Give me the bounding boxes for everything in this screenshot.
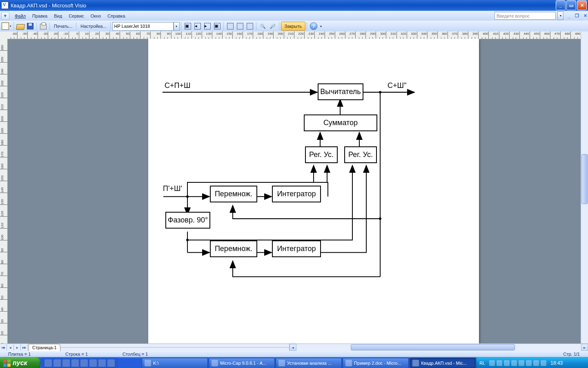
two-page-button[interactable]	[236, 22, 245, 31]
task-kvadr[interactable]: Квадр.АКП.vsd - Mic...	[410, 358, 476, 368]
tray-icon[interactable]	[519, 360, 524, 366]
block-subtractor[interactable]: Вычитатель	[318, 83, 363, 100]
tab-nav-last[interactable]: ⏭	[21, 344, 28, 350]
first-page-button[interactable]: ▣	[183, 22, 192, 31]
tray-volume-icon[interactable]	[526, 360, 532, 366]
prev-page-button[interactable]: ◂	[193, 22, 202, 31]
block-summator[interactable]: Сумматор	[304, 114, 377, 131]
close-preview-button[interactable]: Закрыть	[281, 22, 305, 31]
printer-dropdown[interactable]: ▾	[174, 22, 180, 31]
toolbar: ▾ Печать... Настройка... HP LaserJet 101…	[0, 20, 588, 31]
tab-nav-next[interactable]: ▸	[14, 344, 21, 350]
open-button[interactable]	[16, 22, 25, 31]
hscroll-left[interactable]: ◂	[290, 344, 296, 351]
ql-desktop-icon[interactable]	[45, 359, 52, 367]
task-ustanovki[interactable]: Установки анализа ...	[276, 358, 342, 368]
minimize-button[interactable]: _	[556, 0, 566, 10]
taskbar: пуск K:\ Micro-Cap 9.0.6.1 - A... Устано…	[0, 357, 588, 368]
menu-file[interactable]: Файл	[11, 13, 29, 19]
vertical-scrollbar[interactable]	[581, 31, 588, 343]
print-icon-button[interactable]	[39, 22, 48, 31]
zoom-in-button[interactable]: 🔍	[258, 22, 267, 31]
task-primer[interactable]: Пример 2.doc - Micro...	[343, 358, 409, 368]
ql-explorer-icon[interactable]	[62, 359, 70, 367]
tray-icon[interactable]	[504, 360, 510, 366]
block-multiplier1[interactable]: Перемнож.	[210, 186, 257, 202]
maximize-button[interactable]: ▭	[566, 0, 576, 10]
zoom-out-button[interactable]: 🔎	[268, 22, 277, 31]
block-regamp2[interactable]: Рег. Ус.	[344, 146, 377, 163]
vertical-ruler: 2602502402302202102001901801701601501401…	[0, 39, 8, 343]
horizontal-scrollbar[interactable]: ◂ ▸	[289, 344, 588, 351]
horizontal-ruler: -60-50-40-30-20-100102030405060708090100…	[7, 31, 581, 39]
ruler-corner	[0, 31, 8, 39]
printer-combo[interactable]: HP LaserJet 1018	[112, 22, 174, 31]
ql-app4-icon[interactable]	[98, 359, 106, 367]
menu-view[interactable]: Вид	[51, 13, 65, 19]
single-page-button[interactable]	[226, 22, 235, 31]
block-multiplier2[interactable]: Перемнож.	[210, 240, 257, 257]
system-tray[interactable]: RL 18:43	[476, 357, 588, 368]
window-title: Квадр.АКП.vsd - Microsoft Visio	[11, 2, 86, 9]
print-label-button[interactable]: Печать...	[51, 22, 75, 31]
canvas[interactable]: С+П+Ш С+Ш" П'+Ш' Вычитатель Сумматор Рег…	[7, 39, 581, 343]
setup-button[interactable]: Настройка...	[78, 22, 109, 31]
status-tile: Плитка = 1	[8, 352, 65, 357]
mdi-close-button[interactable]: ✕	[582, 13, 588, 19]
windows-logo-icon	[3, 359, 11, 367]
ask-question-box[interactable]: Введите вопрос	[494, 12, 556, 20]
task-microcap[interactable]: Micro-Cap 9.0.6.1 - A...	[209, 358, 275, 368]
page-tab-strip: ⏮ ◂ ▸ ⏭ Страница-1 ◂ ▸	[0, 343, 588, 351]
menu-service[interactable]: Сервис	[65, 13, 87, 19]
next-page-button[interactable]: ▸	[203, 22, 212, 31]
last-page-button[interactable]: ▣	[213, 22, 222, 31]
label-in-top: С+П+Ш	[165, 81, 190, 90]
drawing-page[interactable]: С+П+Ш С+Ш" П'+Ш' Вычитатель Сумматор Рег…	[148, 39, 479, 343]
mdi-restore-button[interactable]: ❐	[574, 13, 580, 19]
ask-question-dropdown[interactable]: ▾	[557, 11, 564, 20]
tab-nav-prev[interactable]: ◂	[7, 344, 14, 350]
task-k-drive[interactable]: K:\	[142, 358, 208, 368]
ql-app3-icon[interactable]	[89, 359, 97, 367]
ql-app1-icon[interactable]	[71, 359, 79, 367]
block-phase-shifter[interactable]: Фазовр. 90°	[165, 212, 210, 229]
titlebar: Квадр.АКП.vsd - Microsoft Visio _ ▭ ✕	[0, 0, 588, 11]
tray-icon[interactable]	[511, 360, 517, 366]
tray-clock[interactable]: 18:43	[550, 360, 563, 366]
toolbar-options-dropdown[interactable]: ▾	[318, 22, 324, 30]
tab-nav-first[interactable]: ⏮	[0, 344, 7, 350]
menubar: ▾ Файл Правка Вид Сервис Окно Справка Вв…	[0, 11, 588, 20]
app-icon	[1, 2, 9, 9]
new-document-button[interactable]: ▾	[1, 22, 12, 31]
close-button[interactable]: ✕	[577, 0, 587, 10]
block-integrator1[interactable]: Интегратор	[272, 186, 321, 202]
hscroll-right[interactable]: ▸	[581, 344, 588, 351]
page-tab-1[interactable]: Страница-1	[29, 344, 60, 351]
hscroll-thumb[interactable]	[351, 344, 515, 350]
system-menu-icon[interactable]: ▾	[1, 12, 9, 20]
ql-app5-icon[interactable]	[107, 359, 115, 367]
tray-icon[interactable]	[541, 360, 546, 366]
menu-help[interactable]: Справка	[104, 13, 128, 19]
language-indicator[interactable]: RL	[479, 361, 485, 366]
label-in-mid: П'+Ш'	[163, 184, 182, 193]
menu-window[interactable]: Окно	[87, 13, 105, 19]
ql-ie-icon[interactable]	[53, 359, 61, 367]
block-integrator2[interactable]: Интегратор	[272, 240, 321, 257]
save-button[interactable]	[26, 22, 35, 31]
menu-edit[interactable]: Правка	[29, 13, 51, 19]
help-button[interactable]: ?	[309, 22, 318, 31]
tray-icon[interactable]	[489, 360, 495, 366]
quick-launch	[41, 357, 118, 368]
mdi-minimize-button[interactable]: _	[566, 13, 572, 19]
vertical-scroll-thumb[interactable]	[581, 154, 588, 204]
tray-icon[interactable]	[533, 360, 539, 366]
ql-app2-icon[interactable]	[80, 359, 88, 367]
label-out-top: С+Ш"	[388, 81, 406, 90]
workspace: -60-50-40-30-20-100102030405060708090100…	[0, 31, 588, 343]
tray-icon[interactable]	[497, 360, 502, 366]
start-button[interactable]: пуск	[0, 357, 40, 368]
multi-page-button[interactable]	[245, 22, 254, 31]
status-page: Стр. 1/1	[563, 352, 580, 357]
block-regamp1[interactable]: Рег. Ус.	[305, 146, 338, 163]
